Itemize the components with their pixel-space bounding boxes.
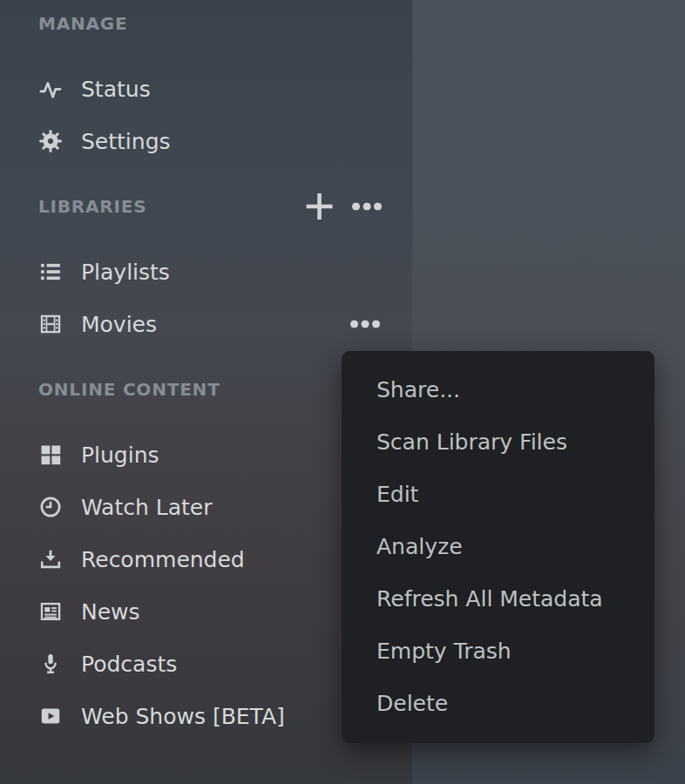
web-shows-icon-holder [38,704,63,728]
section-header-manage: MANAGE [0,13,412,34]
menu-item-analyze[interactable]: Analyze [342,521,654,573]
playlists-icon-holder [38,260,63,284]
web-shows-icon [38,704,63,728]
ellipsis-icon [350,321,380,328]
menu-item-edit[interactable]: Edit [342,469,654,521]
plus-icon [305,193,334,221]
menu-item-delete[interactable]: Delete [342,678,654,730]
playlists-icon [38,260,63,284]
ellipsis-icon [352,203,382,211]
watch-later-icon [38,495,63,519]
section-header-libraries: LIBRARIES [0,196,412,217]
watch-later-icon-holder [38,495,63,519]
sidebar-item-label: Web Shows [BETA] [81,704,285,729]
menu-item-scan-library-files[interactable]: Scan Library Files [342,416,654,469]
sidebar-section-manage: MANAGE Status Settings [0,13,412,167]
podcasts-icon [38,652,63,676]
sidebar-item-label: Settings [81,129,171,154]
add-library-button[interactable] [305,193,334,221]
section-label-online-content: ONLINE CONTENT [38,379,220,400]
menu-item-refresh-all-metadata[interactable]: Refresh All Metadata [342,573,654,625]
news-icon-holder [38,599,63,624]
sidebar-item-label: Movies [81,312,157,337]
movies-icon-holder [38,312,63,336]
sidebar-item-status[interactable]: Status [0,63,412,115]
app-root: MANAGE Status Settings LIBRARIES Playlis… [0,0,685,784]
status-icon-holder [38,77,63,101]
section-label-libraries: LIBRARIES [38,196,146,217]
sidebar-item-settings[interactable]: Settings [0,115,412,167]
movies-icon [38,312,63,336]
menu-item-share[interactable]: Share... [342,364,654,416]
status-icon [38,77,63,101]
settings-icon-holder [38,129,63,153]
sidebar-item-label: Playlists [81,260,170,285]
sidebar-item-label: Recommended [81,547,245,572]
sidebar-item-playlists[interactable]: Playlists [0,246,412,298]
sidebar-item-label: Podcasts [81,652,177,677]
menu-item-empty-trash[interactable]: Empty Trash [342,625,654,678]
libraries-more-button[interactable] [352,203,382,211]
recommended-icon-holder [38,547,63,571]
sidebar-item-label: Status [81,77,151,102]
sidebar-item-label: News [81,599,140,625]
sidebar-section-libraries: LIBRARIES Playlists Movies [0,196,412,350]
movies-more-button[interactable] [350,321,380,328]
plugins-icon [38,443,63,467]
library-context-menu: Share...Scan Library FilesEditAnalyzeRef… [342,351,654,743]
news-icon [38,599,63,624]
section-header-actions [305,193,382,221]
plugins-icon-holder [38,443,63,467]
section-label-manage: MANAGE [38,13,127,34]
sidebar-item-label: Plugins [81,443,159,468]
sidebar-item-movies[interactable]: Movies [0,298,412,350]
sidebar-item-label: Watch Later [81,495,213,520]
podcasts-icon-holder [38,652,63,676]
settings-icon [38,129,63,153]
recommended-icon [38,547,63,571]
